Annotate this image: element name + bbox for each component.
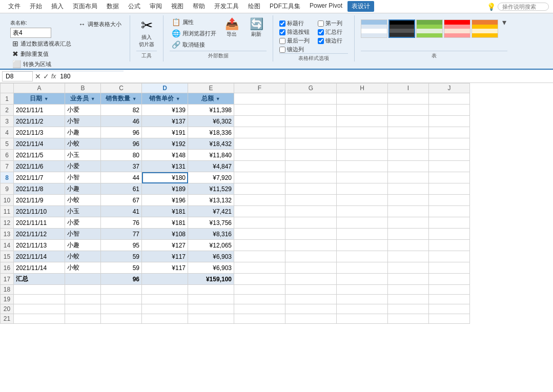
cell-9-B[interactable]: 小趣 [65, 183, 101, 195]
cell-8-D[interactable]: ¥180 [142, 172, 188, 183]
cell-16-A[interactable]: 2021/11/14 [14, 262, 65, 274]
cell-14-C[interactable]: 95 [101, 240, 142, 251]
cell-13-C[interactable]: 77 [101, 229, 142, 240]
cell-15-B[interactable]: 小蛟 [65, 251, 101, 262]
col-header-B[interactable]: B [65, 84, 101, 93]
style-swatch-0[interactable] [361, 19, 387, 38]
menu-item-表设计[interactable]: 表设计 [347, 1, 374, 12]
cell-11-B[interactable]: 小玉 [65, 206, 101, 217]
cell-12-A[interactable]: 2021/11/11 [14, 217, 65, 229]
cell-9-C[interactable]: 61 [101, 183, 142, 195]
total-cell-D[interactable] [142, 274, 188, 285]
cell-5-E[interactable]: ¥18,432 [188, 138, 234, 150]
cell-ref-input[interactable] [2, 71, 33, 81]
refresh-btn[interactable]: 🔄 刷新 [246, 17, 267, 39]
cell-6-C[interactable]: 80 [101, 150, 142, 161]
pivot-table-btn[interactable]: ⊞ 通过数据透视表汇总 [10, 39, 73, 48]
menu-item-页面布局[interactable]: 页面布局 [69, 1, 101, 12]
cell-4-E[interactable]: ¥18,336 [188, 127, 234, 138]
cell-7-D[interactable]: ¥131 [142, 161, 188, 172]
menu-item-绘图[interactable]: 绘图 [244, 1, 264, 12]
swatch-arrow[interactable]: ▾ [501, 17, 507, 27]
checkbox-input-最后一列[interactable] [279, 38, 285, 44]
cell-15-A[interactable]: 2021/11/14 [14, 251, 65, 262]
cell-4-C[interactable]: 96 [101, 127, 142, 138]
cell-4-B[interactable]: 小趣 [65, 127, 101, 138]
menu-item-文件[interactable]: 文件 [4, 1, 25, 12]
unlink-btn[interactable]: 🔗 取消链接 [170, 40, 218, 49]
menu-item-开始[interactable]: 开始 [26, 1, 46, 12]
cell-7-B[interactable]: 小爱 [65, 161, 101, 172]
cell-2-E[interactable]: ¥11,398 [188, 105, 234, 116]
style-swatch-2[interactable] [416, 19, 443, 38]
cell-13-E[interactable]: ¥8,316 [188, 229, 234, 240]
cell-16-D[interactable]: ¥117 [142, 262, 188, 274]
checkbox-input-标题行[interactable] [279, 20, 285, 27]
menu-item-视图[interactable]: 视图 [167, 1, 188, 12]
col-header-J[interactable]: J [429, 84, 470, 93]
style-swatch-1[interactable] [388, 19, 415, 38]
properties-btn[interactable]: 📋 属性 [170, 17, 218, 27]
cell-15-E[interactable]: ¥6,903 [188, 251, 234, 262]
menu-item-数据[interactable]: 数据 [103, 1, 123, 12]
cell-9-E[interactable]: ¥11,529 [188, 183, 234, 195]
cell-5-A[interactable]: 2021/11/4 [14, 138, 65, 150]
menu-item-公式[interactable]: 公式 [124, 1, 145, 12]
cell-9-A[interactable]: 2021/11/8 [14, 183, 65, 195]
cell-8-A[interactable]: 2021/11/7 [14, 172, 65, 183]
cell-8-E[interactable]: ¥7,920 [188, 172, 234, 183]
cell-4-A[interactable]: 2021/11/3 [14, 127, 65, 138]
col-header-E[interactable]: E [188, 84, 234, 93]
cell-15-C[interactable]: 59 [101, 251, 142, 262]
cell-4-D[interactable]: ¥191 [142, 127, 188, 138]
cell-5-D[interactable]: ¥192 [142, 138, 188, 150]
cell-16-B[interactable]: 小蛟 [65, 262, 101, 274]
cell-12-D[interactable]: ¥181 [142, 217, 188, 229]
formula-input[interactable] [58, 73, 551, 80]
checkbox-汇总行[interactable]: 汇总行 [318, 28, 348, 36]
checkbox-input-汇总行[interactable] [318, 29, 324, 35]
cell-12-C[interactable]: 76 [101, 217, 142, 229]
menu-item-帮助[interactable]: 帮助 [189, 1, 209, 12]
cell-3-D[interactable]: ¥137 [142, 116, 188, 127]
cell-16-E[interactable]: ¥6,903 [188, 262, 234, 274]
total-cell-C[interactable]: 96 [101, 274, 142, 285]
cell-6-A[interactable]: 2021/11/5 [14, 150, 65, 161]
cell-3-A[interactable]: 2021/11/2 [14, 116, 65, 127]
cell-9-D[interactable]: ¥189 [142, 183, 188, 195]
formula-check-icon[interactable]: ✕ [35, 72, 41, 80]
cell-6-B[interactable]: 小玉 [65, 150, 101, 161]
cell-16-C[interactable]: 59 [101, 262, 142, 274]
table-header-业务员[interactable]: 业务员 ▼ [65, 93, 101, 105]
cell-5-C[interactable]: 96 [101, 138, 142, 150]
browser-open-btn[interactable]: 🌐 用浏览器打开 [170, 29, 218, 38]
cell-13-D[interactable]: ¥108 [142, 229, 188, 240]
checkbox-input-镶边列[interactable] [279, 47, 285, 53]
cell-11-D[interactable]: ¥181 [142, 206, 188, 217]
cell-11-A[interactable]: 2021/11/10 [14, 206, 65, 217]
checkbox-镶边行[interactable]: 镶边行 [318, 37, 348, 45]
cell-10-E[interactable]: ¥13,132 [188, 195, 234, 206]
checkbox-input-筛选按钮[interactable] [279, 29, 285, 35]
remove-duplicates-btn[interactable]: ✖ 删除重复值 [10, 49, 73, 58]
search-input[interactable] [498, 3, 549, 11]
col-header-C[interactable]: C [101, 84, 142, 93]
cell-13-A[interactable]: 2021/11/12 [14, 229, 65, 240]
cell-11-C[interactable]: 41 [101, 206, 142, 217]
col-header-H[interactable]: H [337, 84, 388, 93]
table-name-input[interactable] [10, 28, 51, 38]
cell-13-B[interactable]: 小智 [65, 229, 101, 240]
checkbox-标题行[interactable]: 标题行 [279, 19, 310, 27]
menu-item-开发工具[interactable]: 开发工具 [210, 1, 243, 12]
table-header-销售数量[interactable]: 销售数量 ▼ [101, 93, 142, 105]
cell-10-D[interactable]: ¥196 [142, 195, 188, 206]
cell-7-A[interactable]: 2021/11/6 [14, 161, 65, 172]
table-header-销售单价[interactable]: 销售单价 ▼ [142, 93, 188, 105]
menu-item-插入[interactable]: 插入 [47, 1, 68, 12]
cell-12-B[interactable]: 小爱 [65, 217, 101, 229]
cell-5-B[interactable]: 小蛟 [65, 138, 101, 150]
cell-12-E[interactable]: ¥13,756 [188, 217, 234, 229]
col-header-I[interactable]: I [388, 84, 429, 93]
col-header-A[interactable]: A [14, 84, 65, 93]
style-swatch-3[interactable] [444, 19, 470, 38]
